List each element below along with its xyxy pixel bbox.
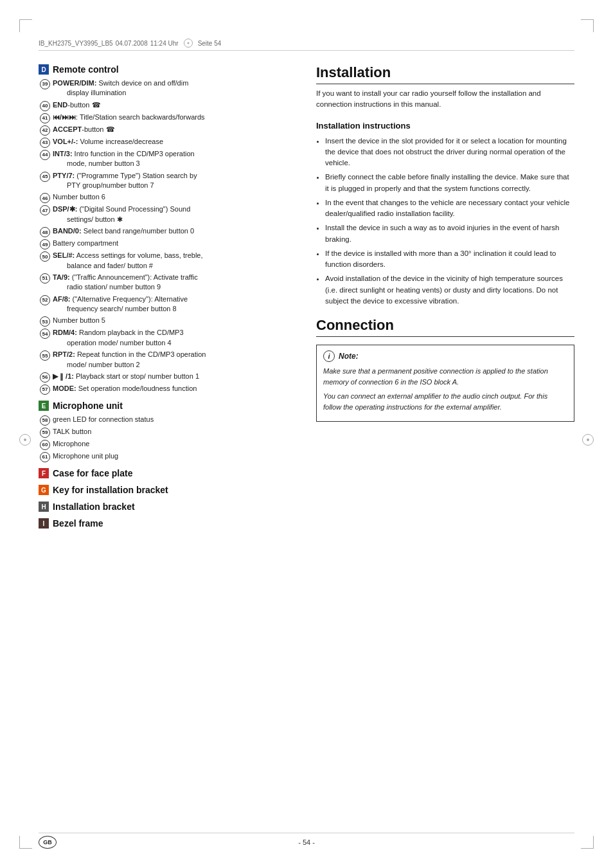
remote-control-header: D Remote control <box>39 64 297 75</box>
item-number-45: 45 <box>40 172 50 182</box>
case-face-plate-header: F Case for face plate <box>39 468 297 478</box>
remote-control-title: Remote control <box>53 64 119 75</box>
meta-bar: IB_KH2375_VY3995_LB5 04.07.2008 11:24 Uh… <box>39 39 574 51</box>
reg-mark-left <box>19 434 31 446</box>
item-number-39: 39 <box>40 79 50 89</box>
list-item: 59 TALK button <box>40 427 297 437</box>
remote-control-list: 39 POWER/DIM: Switch device on and off/d… <box>40 78 297 394</box>
item-number-60: 60 <box>40 440 50 450</box>
item-number-48: 48 <box>40 227 50 237</box>
bullet-item: In the event that changes to the vehicle… <box>325 197 574 220</box>
connection-section: Connection i Note: Make sure that a perm… <box>316 317 574 422</box>
case-face-plate-title: Case for face plate <box>53 468 133 478</box>
list-item: 46 Number button 6 <box>40 192 297 203</box>
list-item: 55 RPT/2: Repeat function in the CD/MP3 … <box>40 350 297 370</box>
list-item: 42 ACCEPT-button ☎ <box>40 125 297 135</box>
installation-title: Installation <box>316 64 574 84</box>
content-area: D Remote control 39 POWER/DIM: Switch de… <box>39 64 574 823</box>
item-number-43: 43 <box>40 138 50 148</box>
item-number-52: 52 <box>40 295 50 305</box>
item-number-57: 57 <box>40 384 50 395</box>
key-installation-title: Key for installation bracket <box>53 485 168 495</box>
list-item: 48 BAND/0: Select band range/number butt… <box>40 226 297 237</box>
meta-page: Seite 54 <box>198 40 222 47</box>
microphone-unit-title: Microphone unit <box>53 401 123 411</box>
list-item: 60 Microphone <box>40 439 297 449</box>
installation-bullets: Insert the device in the slot provided f… <box>325 136 574 307</box>
item-number-54: 54 <box>40 329 50 339</box>
crop-mark-tr <box>581 19 594 32</box>
item-number-50: 50 <box>40 251 50 262</box>
bezel-frame-title: Bezel frame <box>53 518 103 529</box>
right-column: Installation If you want to install your… <box>316 64 574 823</box>
footer: GB - 54 - <box>39 833 574 849</box>
installation-intro: If you want to install your car radio yo… <box>316 88 574 111</box>
item-number-53: 53 <box>40 316 50 327</box>
crop-mark-tl <box>19 19 32 32</box>
item-number-44: 44 <box>40 150 50 160</box>
item-number-42: 42 <box>40 125 50 136</box>
bullet-item: Avoid installation of the device in the … <box>325 273 574 307</box>
installation-bracket-title: Installation bracket <box>53 502 135 512</box>
left-column: D Remote control 39 POWER/DIM: Switch de… <box>39 64 297 823</box>
list-item: 57 MODE: Set operation mode/loudness fun… <box>40 384 297 394</box>
note-icon: i <box>323 350 335 362</box>
key-installation-badge: G <box>39 485 49 495</box>
item-number-51: 51 <box>40 273 50 284</box>
installation-instructions-title: Installation instructions <box>316 121 574 131</box>
meta-text: IB_KH2375_VY3995_LB5 04.07.2008 11:24 Uh… <box>39 39 574 48</box>
note-header: i Note: <box>323 350 567 362</box>
reg-circle-meta <box>184 39 193 48</box>
list-item: 44 INT/3: Intro function in the CD/MP3 o… <box>40 149 297 169</box>
list-item: 58 green LED for connection status <box>40 415 297 425</box>
list-item: 61 Microphone unit plug <box>40 451 297 462</box>
footer-badge: GB <box>39 836 57 849</box>
list-item: 52 AF/8: ("Alternative Frequency"): Alte… <box>40 294 297 314</box>
bullet-item: If the device is installed with more tha… <box>325 248 574 271</box>
installation-bracket-header: H Installation bracket <box>39 502 297 512</box>
key-installation-header: G Key for installation bracket <box>39 485 297 495</box>
note-text-1: Make sure that a permanent positive conn… <box>323 366 567 387</box>
connection-title: Connection <box>316 317 574 337</box>
list-item: 39 POWER/DIM: Switch device on and off/d… <box>40 78 297 98</box>
bullet-item: Install the device in such a way as to a… <box>325 222 574 245</box>
item-number-59: 59 <box>40 428 50 438</box>
item-number-61: 61 <box>40 452 50 462</box>
list-item: 49 Battery compartment <box>40 239 297 249</box>
list-item: 45 PTY/7: ("Programme Type") Station sea… <box>40 171 297 191</box>
page-container: IB_KH2375_VY3995_LB5 04.07.2008 11:24 Uh… <box>0 0 613 868</box>
crop-mark-bl <box>19 836 32 849</box>
meta-time: 11:24 Uhr <box>150 40 179 47</box>
microphone-unit-header: E Microphone unit <box>39 401 297 411</box>
item-number-56: 56 <box>40 372 50 383</box>
item-number-40: 40 <box>40 101 50 111</box>
reg-mark-right <box>582 434 594 446</box>
bezel-frame-header: I Bezel frame <box>39 518 297 529</box>
item-number-49: 49 <box>40 239 50 249</box>
footer-page: - 54 - <box>298 838 315 846</box>
remote-control-badge: D <box>39 64 49 75</box>
list-item: 41 ⏮/⏭⏭: Title/Station search backwards/… <box>40 113 297 123</box>
meta-date: 04.07.2008 <box>116 40 148 47</box>
item-number-47: 47 <box>40 205 50 215</box>
bullet-item: Briefly connect the cable before finally… <box>325 172 574 194</box>
meta-filename: IB_KH2375_VY3995_LB5 <box>39 40 113 47</box>
list-item: 54 RDM/4: Random playback in the CD/MP3o… <box>40 328 297 348</box>
item-number-55: 55 <box>40 350 50 361</box>
note-label: Note: <box>339 352 359 361</box>
installation-bracket-badge: H <box>39 502 49 512</box>
note-box: i Note: Make sure that a permanent posit… <box>316 345 574 422</box>
microphone-unit-badge: E <box>39 401 49 411</box>
case-face-plate-badge: F <box>39 468 49 478</box>
item-number-58: 58 <box>40 415 50 426</box>
installation-section: Installation If you want to install your… <box>316 64 574 307</box>
bezel-frame-badge: I <box>39 518 49 529</box>
list-item: 40 END-button ☎ <box>40 100 297 111</box>
item-number-41: 41 <box>40 113 50 123</box>
list-item: 43 VOL+/-: Volume increase/decrease <box>40 137 297 147</box>
list-item: 56 ▶ ‖ /1: Playback start or stop/ numbe… <box>40 372 297 382</box>
microphone-unit-list: 58 green LED for connection status 59 TA… <box>40 415 297 462</box>
list-item: 51 TA/9: ("Traffic Announcement"): Activ… <box>40 273 297 293</box>
bullet-item: Insert the device in the slot provided f… <box>325 136 574 169</box>
list-item: 53 Number button 5 <box>40 316 297 326</box>
